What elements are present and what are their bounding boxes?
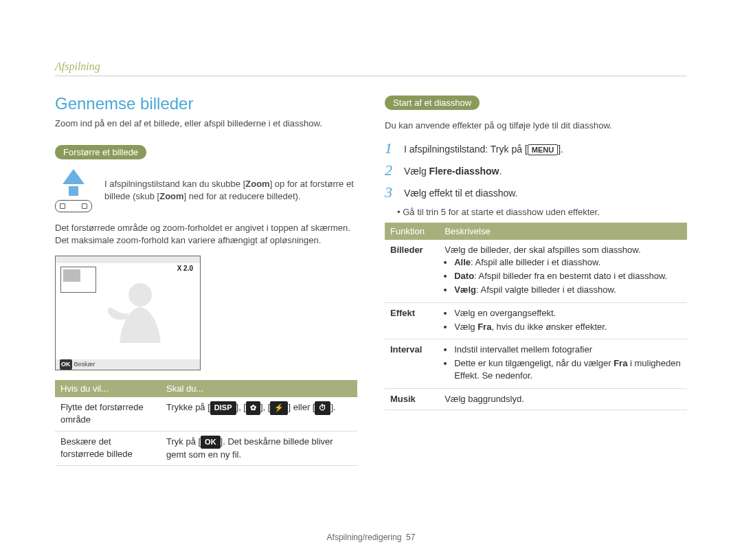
step-number: 2 [385, 163, 397, 178]
step-text: Vælg effekt til et diasshow. [404, 185, 518, 199]
ok-key-icon: OK [201, 436, 221, 449]
left-row1-keys: Trykke på [DISP], [✿], [⚡] eller [⏱]. [161, 397, 357, 431]
section-header: Afspilning [55, 60, 687, 73]
table-row: Effekt Vælg en overgangseffekt. Vælg Fra… [385, 302, 687, 339]
step-text: Vælg Flere-diasshow. [404, 163, 502, 177]
funk-billeder-label: Billeder [385, 240, 439, 302]
zoom-description: I afspilningstilstand kan du skubbe [Zoo… [104, 178, 357, 203]
left-row2-keys: Tryk på [OK]. Det beskårne billede blive… [161, 431, 357, 466]
left-row2-action: Beskære det forstørrede billede [55, 431, 161, 466]
left-column: Gennemse billeder Zoom ind på en del af … [55, 94, 357, 466]
step-1: 1 I afspilningstilstand: Tryk på [MENU]. [385, 141, 687, 156]
flash-key-icon: ⚡ [270, 401, 288, 414]
table-row: Musik Vælg baggrundslyd. [385, 388, 687, 410]
disp-key-icon: DISP [210, 401, 236, 414]
left-row1-action: Flytte det forstørrede område [55, 397, 161, 431]
step-note: • Gå til trin 5 for at starte et diassho… [385, 207, 687, 217]
right-intro: Du kan anvende effekter på og tilføje ly… [385, 120, 687, 133]
divider [55, 76, 687, 76]
page-heading: Gennemse billeder [55, 94, 357, 113]
funk-effekt-desc: Vælg en overgangseffekt. Vælg Fra, hvis … [439, 302, 687, 339]
pill-enlarge: Forstørre et billede [55, 145, 146, 159]
step-text: I afspilningstilstand: Tryk på [MENU]. [404, 141, 563, 155]
table-row: Billeder Vælg de billeder, der skal afsp… [385, 240, 687, 302]
pill-slideshow: Start af et diasshow [385, 96, 480, 110]
right-table-header-1: Funktion [385, 223, 439, 240]
intro-text: Zoom ind på en del af et billede, eller … [55, 117, 357, 130]
menu-key-icon: MENU [528, 144, 558, 155]
right-column: Start af et diasshow Du kan anvende effe… [385, 94, 687, 466]
zoom-icon [55, 169, 92, 212]
illu-top-bar [56, 256, 200, 263]
illu-person-icon [102, 281, 192, 357]
page: Afspilning Gennemse billeder Zoom ind på… [0, 0, 742, 560]
arrow-stem-icon [69, 186, 78, 196]
illu-zoom-label: X 2.0 [177, 265, 193, 272]
timer-key-icon: ⏱ [315, 401, 330, 414]
right-table-header-2: Beskrivelse [439, 223, 687, 240]
zoom-illustration: X 2.0 OKBeskær [55, 256, 201, 370]
zoom-paragraph: Det forstørrede område og zoom-forholdet… [55, 222, 357, 248]
svg-point-0 [128, 283, 152, 306]
zoom-figure: I afspilningstilstand kan du skubbe [Zoo… [55, 169, 357, 212]
rocker-icon [55, 200, 92, 212]
left-table-header-1: Hvis du vil... [55, 380, 161, 397]
table-row: Beskære det forstørrede billede Tryk på … [55, 431, 357, 466]
table-row: Flytte det forstørrede område Trykke på … [55, 397, 357, 431]
left-table: Hvis du vil... Skal du... Flytte det for… [55, 380, 357, 466]
funk-interval-label: Interval [385, 339, 439, 388]
funk-musik-desc: Vælg baggrundslyd. [439, 388, 687, 410]
illu-viewport-box [60, 267, 96, 293]
step-number: 1 [385, 141, 397, 156]
step-number: 3 [385, 185, 397, 200]
step-2: 2 Vælg Flere-diasshow. [385, 163, 687, 178]
funk-interval-desc: Indstil intervallet mellem fotografier D… [439, 339, 687, 388]
funk-effekt-label: Effekt [385, 302, 439, 339]
arrow-up-icon [63, 169, 85, 184]
ok-icon: OK [60, 359, 72, 370]
step-3: 3 Vælg effekt til et diasshow. [385, 185, 687, 200]
illu-bottom-bar: OKBeskær [56, 359, 200, 370]
flower-key-icon: ✿ [246, 401, 260, 414]
page-footer: Afspilning/redigering 57 [0, 533, 742, 542]
left-table-header-2: Skal du... [161, 380, 357, 397]
funk-billeder-desc: Vælg de billeder, der skal afspilles som… [439, 240, 687, 302]
funk-musik-label: Musik [385, 388, 439, 410]
table-row: Interval Indstil intervallet mellem foto… [385, 339, 687, 388]
illu-zoom-region [63, 269, 80, 282]
two-column-layout: Gennemse billeder Zoom ind på en del af … [55, 94, 687, 466]
right-table: Funktion Beskrivelse Billeder Vælg de bi… [385, 223, 687, 410]
steps-list: 1 I afspilningstilstand: Tryk på [MENU].… [385, 141, 687, 200]
